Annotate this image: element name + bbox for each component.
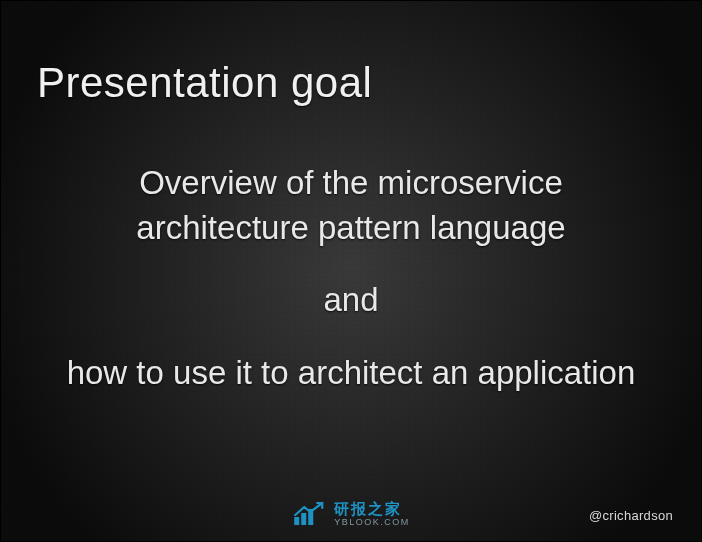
svg-rect-1 (301, 513, 306, 525)
slide-title: Presentation goal (37, 59, 372, 107)
watermark-text: 研报之家 YBLOOK.COM (334, 501, 410, 527)
svg-rect-0 (294, 517, 299, 525)
body-line-3: how to use it to architect an applicatio… (61, 351, 641, 396)
watermark-cn: 研报之家 (334, 501, 410, 516)
body-line-1: Overview of the microservice architectur… (61, 161, 641, 250)
watermark-en: YBLOOK.COM (334, 518, 410, 527)
chart-arrow-icon (292, 501, 326, 527)
slide-body: Overview of the microservice architectur… (1, 161, 701, 423)
body-line-2: and (61, 278, 641, 323)
watermark: 研报之家 YBLOOK.COM (292, 501, 410, 527)
slide: Presentation goal Overview of the micros… (0, 0, 702, 542)
author-handle: @crichardson (589, 508, 673, 523)
